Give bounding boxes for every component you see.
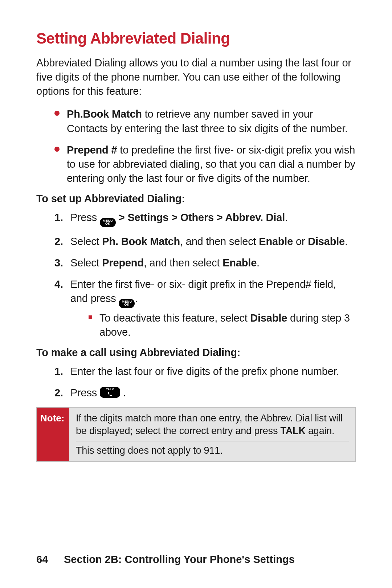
talk-key-icon: TALK — [100, 387, 120, 398]
note-line-2: This setting does not apply to 911. — [76, 444, 349, 457]
step-text: Select — [70, 236, 102, 247]
handset-icon — [107, 392, 113, 397]
options-list: Ph.Book Match to retrieve any number sav… — [36, 107, 356, 185]
bold-term: Ph. Book Match — [102, 236, 180, 247]
step-text: Select — [70, 257, 102, 269]
step-number: 1. — [54, 364, 63, 379]
step-text: Enter the first five- or six- digit pref… — [70, 278, 336, 304]
step-text: . — [135, 293, 138, 304]
setup-subheading: To set up Abbreviated Dialing: — [36, 193, 356, 205]
step-number: 2. — [54, 234, 63, 249]
note-divider — [76, 441, 349, 441]
setup-steps: 1. Press MENU OK > Settings > Others > A… — [36, 211, 356, 339]
option-phbook-match: Ph.Book Match to retrieve any number sav… — [54, 107, 356, 135]
call-steps: 1. Enter the last four or five digits of… — [36, 364, 356, 400]
setup-step-3: 3. Select Prepend, and then select Enabl… — [54, 256, 356, 270]
note-body: If the digits match more than one entry,… — [69, 408, 355, 461]
option-term: Prepend # — [67, 144, 117, 156]
note-label: Note: — [37, 408, 69, 461]
step-text: . — [257, 257, 260, 269]
step-text: , and then select — [180, 236, 259, 247]
step-number: 1. — [54, 211, 63, 225]
step-text: . — [345, 236, 348, 247]
bold-term: Disable — [250, 312, 287, 324]
footer-section-label: Section 2B: Controlling Your Phone's Set… — [64, 554, 295, 565]
setup-step-4-sub: To deactivate this feature, select Disab… — [89, 311, 356, 339]
page-number: 64 — [36, 554, 51, 565]
menu-ok-key-icon: MENU OK — [100, 218, 116, 227]
step-text: Enter the last four or five digits of th… — [70, 366, 339, 377]
step-number: 2. — [54, 386, 63, 400]
call-subheading: To make a call using Abbreviated Dialing… — [36, 347, 356, 359]
step-text: , and then select — [144, 257, 222, 269]
option-prepend: Prepend # to predefine the first five- o… — [54, 143, 356, 185]
bold-term: Enable — [259, 236, 293, 247]
bold-term: Enable — [222, 257, 257, 269]
note-line-1: If the digits match more than one entry,… — [76, 412, 349, 437]
setup-step-2: 2. Select Ph. Book Match, and then selec… — [54, 234, 356, 249]
intro-paragraph: Abbreviated Dialing allows you to dial a… — [36, 56, 356, 98]
step-text: or — [293, 236, 308, 247]
step-end: . — [285, 212, 288, 223]
nav-path: > Settings > Others > Abbrev. Dial — [119, 212, 285, 223]
page-footer: 64 Section 2B: Controlling Your Phone's … — [0, 554, 392, 565]
manual-page: Setting Abbreviated Dialing Abbreviated … — [0, 0, 392, 462]
note-box: Note: If the digits match more than one … — [36, 407, 356, 462]
step-text: . — [123, 387, 126, 399]
step-text: Press — [70, 212, 100, 223]
step-number: 3. — [54, 256, 63, 270]
bold-term: TALK — [281, 425, 306, 436]
setup-step-1: 1. Press MENU OK > Settings > Others > A… — [54, 211, 356, 227]
note-text: again. — [306, 425, 335, 436]
substep-text: To deactivate this feature, select — [99, 312, 250, 324]
bold-term: Prepend — [102, 257, 144, 269]
setup-step-4: 4. Enter the first five- or six- digit p… — [54, 277, 356, 339]
call-step-2: 2. Press TALK . — [54, 386, 356, 400]
menu-ok-key-icon: MENU OK — [119, 299, 135, 308]
option-term: Ph.Book Match — [67, 108, 142, 120]
substep-list: To deactivate this feature, select Disab… — [70, 311, 356, 339]
step-number: 4. — [54, 277, 63, 291]
section-heading: Setting Abbreviated Dialing — [36, 30, 356, 47]
bold-term: Disable — [308, 236, 345, 247]
step-text: Press — [70, 387, 100, 399]
call-step-1: 1. Enter the last four or five digits of… — [54, 364, 356, 379]
